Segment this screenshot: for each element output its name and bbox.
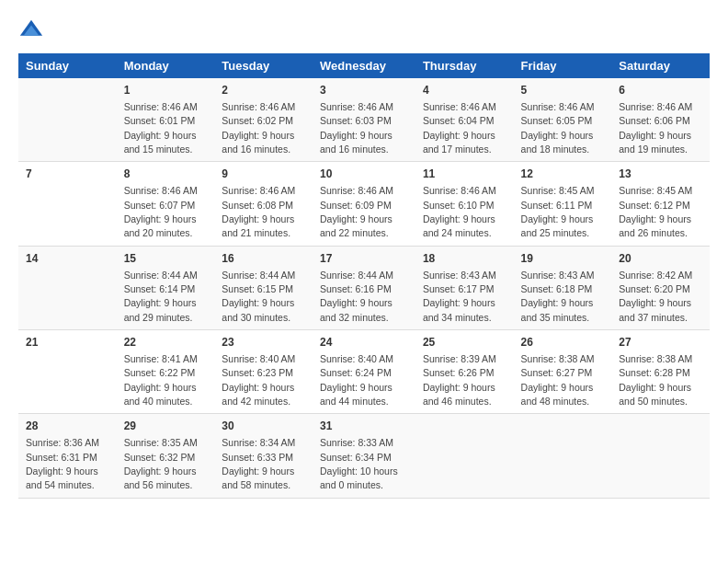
day-detail: Sunrise: 8:46 AMSunset: 6:10 PMDaylight:… — [423, 185, 496, 238]
day-number: 21 — [26, 335, 109, 350]
calendar-cell: 11Sunrise: 8:46 AMSunset: 6:10 PMDayligh… — [415, 162, 514, 246]
day-detail: Sunrise: 8:43 AMSunset: 6:17 PMDaylight:… — [423, 270, 496, 323]
calendar-cell: 14 — [18, 246, 117, 329]
day-number: 28 — [26, 419, 109, 434]
day-detail: Sunrise: 8:42 AMSunset: 6:20 PMDaylight:… — [619, 270, 692, 323]
calendar-cell: 2Sunrise: 8:46 AMSunset: 6:02 PMDaylight… — [214, 78, 313, 162]
calendar-row-2: 1415Sunrise: 8:44 AMSunset: 6:14 PMDayli… — [18, 246, 710, 329]
day-detail: Sunrise: 8:34 AMSunset: 6:33 PMDaylight:… — [222, 437, 295, 490]
calendar-cell: 23Sunrise: 8:40 AMSunset: 6:23 PMDayligh… — [214, 330, 313, 414]
day-number: 5 — [521, 83, 605, 98]
calendar-cell: 16Sunrise: 8:44 AMSunset: 6:15 PMDayligh… — [214, 246, 313, 329]
day-number: 26 — [521, 335, 605, 350]
day-detail: Sunrise: 8:46 AMSunset: 6:04 PMDaylight:… — [423, 101, 496, 155]
day-number: 13 — [619, 167, 702, 182]
calendar-cell: 22Sunrise: 8:41 AMSunset: 6:22 PMDayligh… — [117, 330, 215, 414]
calendar-cell: 30Sunrise: 8:34 AMSunset: 6:33 PMDayligh… — [214, 414, 313, 498]
calendar-cell: 21 — [18, 330, 117, 414]
day-detail: Sunrise: 8:44 AMSunset: 6:14 PMDaylight:… — [124, 270, 198, 323]
day-detail: Sunrise: 8:44 AMSunset: 6:15 PMDaylight:… — [222, 270, 295, 323]
day-detail: Sunrise: 8:46 AMSunset: 6:08 PMDaylight:… — [222, 185, 295, 238]
calendar-cell: 26Sunrise: 8:38 AMSunset: 6:27 PMDayligh… — [514, 330, 612, 414]
day-number: 25 — [423, 335, 506, 350]
calendar-cell: 18Sunrise: 8:43 AMSunset: 6:17 PMDayligh… — [415, 246, 514, 329]
calendar-cell — [18, 78, 117, 162]
header-cell-friday: Friday — [514, 53, 612, 78]
day-detail: Sunrise: 8:46 AMSunset: 6:06 PMDaylight:… — [619, 101, 692, 155]
calendar-row-1: 78Sunrise: 8:46 AMSunset: 6:07 PMDayligh… — [18, 162, 710, 246]
header — [18, 18, 710, 44]
calendar-cell: 29Sunrise: 8:35 AMSunset: 6:32 PMDayligh… — [117, 414, 215, 498]
calendar-row-0: 1Sunrise: 8:46 AMSunset: 6:01 PMDaylight… — [18, 78, 710, 162]
calendar-cell — [611, 414, 710, 498]
header-cell-monday: Monday — [117, 53, 215, 78]
day-detail: Sunrise: 8:36 AMSunset: 6:31 PMDaylight:… — [26, 437, 99, 490]
day-number: 6 — [619, 83, 702, 98]
day-detail: Sunrise: 8:46 AMSunset: 6:03 PMDaylight:… — [320, 101, 393, 155]
day-detail: Sunrise: 8:45 AMSunset: 6:12 PMDaylight:… — [619, 185, 692, 238]
day-detail: Sunrise: 8:46 AMSunset: 6:07 PMDaylight:… — [124, 185, 198, 238]
calendar-body: 1Sunrise: 8:46 AMSunset: 6:01 PMDaylight… — [18, 78, 710, 498]
calendar-cell: 31Sunrise: 8:33 AMSunset: 6:34 PMDayligh… — [313, 414, 415, 498]
calendar-cell — [415, 414, 514, 498]
day-number: 2 — [222, 83, 305, 98]
calendar-header: SundayMondayTuesdayWednesdayThursdayFrid… — [18, 53, 710, 78]
calendar-cell: 17Sunrise: 8:44 AMSunset: 6:16 PMDayligh… — [313, 246, 415, 329]
calendar-cell: 1Sunrise: 8:46 AMSunset: 6:01 PMDaylight… — [117, 78, 215, 162]
day-detail: Sunrise: 8:44 AMSunset: 6:16 PMDaylight:… — [320, 270, 393, 323]
calendar-row-4: 28Sunrise: 8:36 AMSunset: 6:31 PMDayligh… — [18, 414, 710, 498]
calendar-cell: 10Sunrise: 8:46 AMSunset: 6:09 PMDayligh… — [313, 162, 415, 246]
calendar-cell: 8Sunrise: 8:46 AMSunset: 6:07 PMDaylight… — [117, 162, 215, 246]
logo — [18, 18, 48, 44]
calendar-cell: 24Sunrise: 8:40 AMSunset: 6:24 PMDayligh… — [313, 330, 415, 414]
day-detail: Sunrise: 8:46 AMSunset: 6:05 PMDaylight:… — [521, 101, 595, 155]
day-number: 9 — [222, 167, 305, 182]
calendar-cell: 15Sunrise: 8:44 AMSunset: 6:14 PMDayligh… — [117, 246, 215, 329]
calendar-cell: 4Sunrise: 8:46 AMSunset: 6:04 PMDaylight… — [415, 78, 514, 162]
header-cell-saturday: Saturday — [611, 53, 710, 78]
day-number: 30 — [222, 419, 305, 434]
header-row: SundayMondayTuesdayWednesdayThursdayFrid… — [18, 53, 710, 78]
day-number: 15 — [124, 251, 208, 267]
day-number: 16 — [222, 251, 305, 267]
calendar-row-3: 2122Sunrise: 8:41 AMSunset: 6:22 PMDayli… — [18, 330, 710, 414]
day-number: 27 — [619, 335, 702, 350]
day-number: 23 — [222, 335, 305, 350]
day-number: 1 — [124, 83, 208, 98]
day-number: 24 — [320, 335, 408, 350]
day-detail: Sunrise: 8:41 AMSunset: 6:22 PMDaylight:… — [124, 353, 198, 407]
day-number: 22 — [124, 335, 208, 350]
day-number: 12 — [521, 167, 605, 182]
day-detail: Sunrise: 8:38 AMSunset: 6:27 PMDaylight:… — [521, 353, 595, 407]
day-number: 14 — [26, 251, 109, 267]
day-detail: Sunrise: 8:40 AMSunset: 6:24 PMDaylight:… — [320, 353, 393, 407]
calendar-cell — [514, 414, 612, 498]
day-detail: Sunrise: 8:38 AMSunset: 6:28 PMDaylight:… — [619, 353, 692, 407]
day-number: 3 — [320, 83, 408, 98]
calendar-cell: 13Sunrise: 8:45 AMSunset: 6:12 PMDayligh… — [611, 162, 710, 246]
day-number: 31 — [320, 419, 408, 434]
day-number: 4 — [423, 83, 506, 98]
day-number: 11 — [423, 167, 506, 182]
day-number: 29 — [124, 419, 208, 434]
day-detail: Sunrise: 8:46 AMSunset: 6:09 PMDaylight:… — [320, 185, 393, 238]
day-detail: Sunrise: 8:46 AMSunset: 6:01 PMDaylight:… — [124, 101, 198, 155]
calendar-table: SundayMondayTuesdayWednesdayThursdayFrid… — [18, 53, 710, 499]
header-cell-sunday: Sunday — [18, 53, 117, 78]
logo-icon — [18, 18, 44, 44]
header-cell-thursday: Thursday — [415, 53, 514, 78]
day-detail: Sunrise: 8:39 AMSunset: 6:26 PMDaylight:… — [423, 353, 496, 407]
calendar-cell: 6Sunrise: 8:46 AMSunset: 6:06 PMDaylight… — [611, 78, 710, 162]
calendar-cell: 25Sunrise: 8:39 AMSunset: 6:26 PMDayligh… — [415, 330, 514, 414]
day-number: 8 — [124, 167, 208, 182]
calendar-cell: 7 — [18, 162, 117, 246]
day-number: 10 — [320, 167, 408, 182]
calendar-cell: 5Sunrise: 8:46 AMSunset: 6:05 PMDaylight… — [514, 78, 612, 162]
calendar-cell: 3Sunrise: 8:46 AMSunset: 6:03 PMDaylight… — [313, 78, 415, 162]
header-cell-tuesday: Tuesday — [214, 53, 313, 78]
calendar-cell: 28Sunrise: 8:36 AMSunset: 6:31 PMDayligh… — [18, 414, 117, 498]
header-cell-wednesday: Wednesday — [313, 53, 415, 78]
calendar-cell: 19Sunrise: 8:43 AMSunset: 6:18 PMDayligh… — [514, 246, 612, 329]
calendar-cell: 27Sunrise: 8:38 AMSunset: 6:28 PMDayligh… — [611, 330, 710, 414]
day-detail: Sunrise: 8:46 AMSunset: 6:02 PMDaylight:… — [222, 101, 295, 155]
